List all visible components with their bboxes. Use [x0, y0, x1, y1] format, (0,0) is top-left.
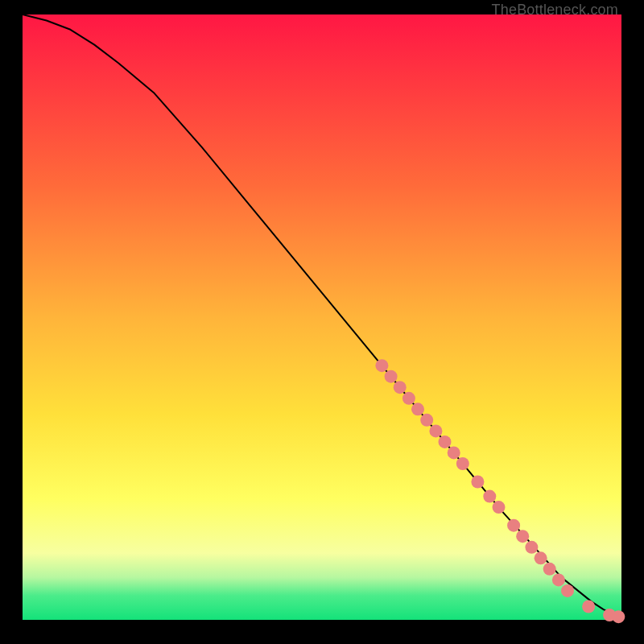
data-point: [483, 490, 496, 503]
data-point: [402, 392, 415, 405]
data-point: [375, 359, 388, 372]
data-point: [543, 563, 556, 576]
data-point: [516, 530, 529, 543]
chart-root: TheBottleneck.com: [0, 0, 644, 644]
data-point: [385, 370, 398, 383]
data-point: [411, 402, 424, 415]
data-point: [535, 551, 547, 564]
chart-svg: [0, 0, 644, 644]
data-point: [612, 610, 625, 623]
data-point: [439, 436, 452, 448]
data-point: [456, 457, 469, 470]
data-point: [582, 601, 595, 613]
data-point: [561, 584, 574, 597]
data-point: [525, 541, 538, 554]
data-point: [493, 501, 506, 514]
plot-area: [23, 14, 621, 620]
data-point: [420, 414, 433, 427]
data-point: [552, 573, 565, 586]
data-point: [507, 519, 520, 532]
data-point: [429, 424, 442, 437]
data-point: [471, 476, 484, 489]
data-point: [394, 381, 407, 394]
attribution-label: TheBottleneck.com: [492, 2, 618, 19]
data-point: [448, 446, 460, 459]
